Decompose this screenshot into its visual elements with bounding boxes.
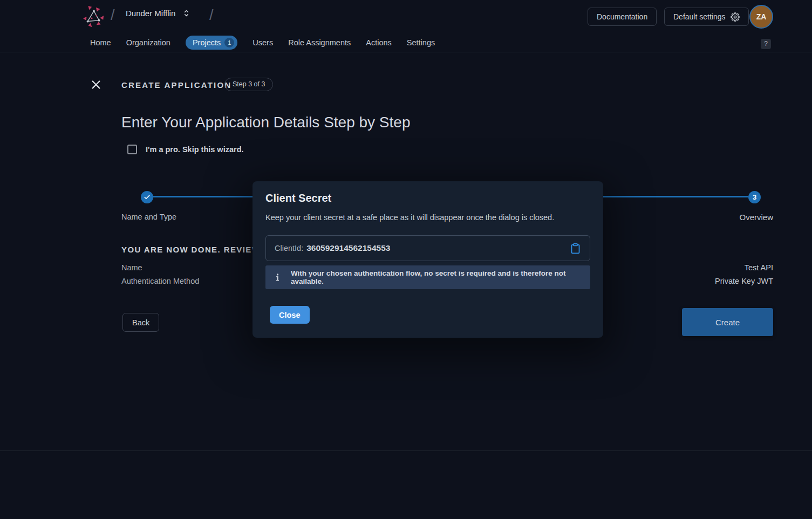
default-settings-label: Default settings: [673, 12, 726, 21]
back-button[interactable]: Back: [122, 313, 159, 332]
nav-item-projects[interactable]: Projects 1: [186, 36, 237, 50]
page-title: Enter Your Application Details Step by S…: [121, 114, 410, 131]
nav-item-role-assignments[interactable]: Role Assignments: [288, 38, 351, 47]
skip-wizard-label: I'm a pro. Skip this wizard.: [146, 145, 244, 154]
documentation-button[interactable]: Documentation: [588, 8, 657, 26]
app-root: / Dunder Mifflin / Documentation Default…: [0, 0, 812, 519]
check-icon: [144, 194, 151, 201]
info-message: With your chosen authentication flow, no…: [291, 269, 583, 285]
nav-item-organization[interactable]: Organization: [126, 38, 170, 47]
nav-item-settings[interactable]: Settings: [407, 38, 435, 47]
main-nav: Home Organization Projects 1 Users Role …: [0, 33, 812, 52]
unfold-chevrons-icon: [182, 9, 191, 18]
stepper-step3-label: Overview: [739, 213, 773, 222]
copy-clipboard-icon[interactable]: [570, 243, 581, 254]
nav-item-projects-label: Projects: [193, 38, 221, 47]
nav-item-actions[interactable]: Actions: [366, 38, 392, 47]
default-settings-button[interactable]: Default settings: [664, 8, 749, 26]
avatar[interactable]: ZA: [749, 5, 773, 29]
client-id-field: ClientId: 360592914562154553: [265, 235, 590, 261]
help-button[interactable]: ?: [761, 39, 771, 49]
review-heading: YOU ARE NOW DONE. REVIEW: [121, 245, 260, 254]
stepper-step1-label: Name and Type: [121, 213, 176, 221]
breadcrumb-separator: /: [111, 7, 115, 24]
nav-item-home[interactable]: Home: [90, 38, 111, 47]
dialog-close-button[interactable]: Close: [270, 306, 310, 324]
info-icon: [273, 273, 282, 282]
client-id-label: ClientId:: [275, 244, 303, 252]
dialog-title: Client Secret: [265, 192, 331, 204]
wizard-title: CREATE APPLICATION: [121, 80, 231, 90]
dialog-description: Keep your client secret at a safe place …: [265, 213, 554, 222]
review-name-label: Name: [121, 263, 142, 272]
stepper-step3-current: 3: [748, 191, 761, 203]
close-wizard-icon[interactable]: [90, 79, 102, 91]
zitadel-logo-icon[interactable]: [81, 4, 106, 29]
create-button[interactable]: Create: [682, 308, 773, 336]
client-id-value: 360592914562154553: [306, 243, 390, 253]
skip-wizard-checkbox[interactable]: [127, 145, 137, 154]
org-switcher[interactable]: Dunder Mifflin: [126, 9, 191, 18]
review-auth-method-value: Private Key JWT: [715, 277, 773, 285]
client-secret-dialog: Client Secret Keep your client secret at…: [253, 181, 603, 338]
header: / Dunder Mifflin / Documentation Default…: [0, 0, 812, 33]
step-indicator-badge: Step 3 of 3: [224, 78, 273, 91]
stepper-step1-completed: [141, 191, 153, 203]
avatar-initials: ZA: [756, 12, 767, 21]
review-name-value: Test API: [745, 263, 773, 272]
gear-icon: [731, 12, 740, 22]
review-auth-method-label: Authentication Method: [121, 277, 199, 285]
projects-count-badge: 1: [224, 38, 234, 47]
info-banner: With your chosen authentication flow, no…: [265, 265, 590, 289]
breadcrumb-separator: /: [209, 7, 214, 24]
footer: [0, 450, 812, 519]
org-name: Dunder Mifflin: [126, 9, 175, 18]
nav-item-users[interactable]: Users: [253, 38, 273, 47]
